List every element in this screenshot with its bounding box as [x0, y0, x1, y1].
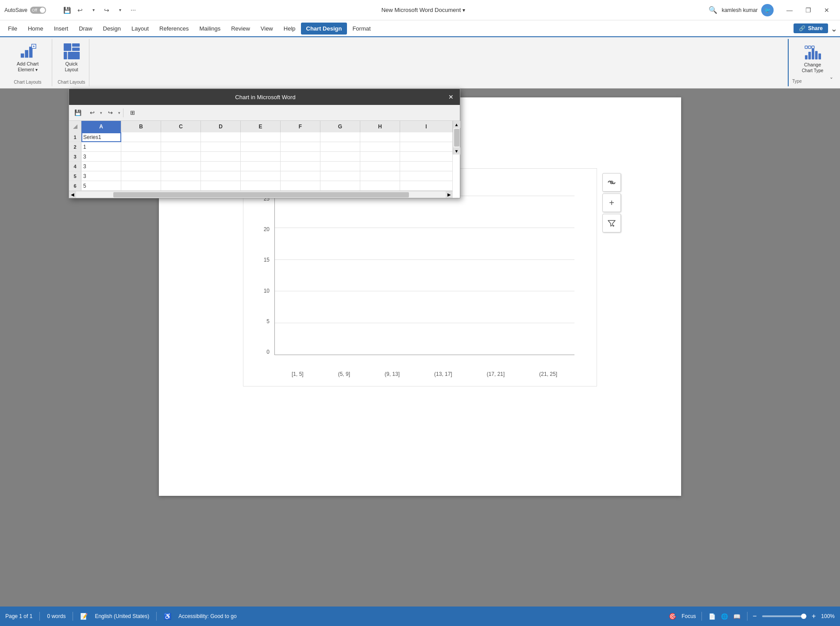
chart-elements-button[interactable]: +	[602, 193, 621, 212]
undo-icon[interactable]: ↩	[75, 5, 85, 15]
cell-f2[interactable]	[281, 142, 320, 152]
cell-a1[interactable]: Series1	[81, 132, 121, 142]
print-layout-view-btn[interactable]: 📄	[707, 611, 717, 621]
cell-i3[interactable]	[400, 152, 453, 162]
menu-references[interactable]: References	[154, 23, 194, 35]
cell-h3[interactable]	[360, 152, 400, 162]
cell-b5[interactable]	[121, 171, 161, 181]
cell-c1[interactable]	[161, 132, 201, 142]
menu-help[interactable]: Help	[278, 23, 301, 35]
cell-e2[interactable]	[241, 142, 281, 152]
menu-view[interactable]: View	[255, 23, 278, 35]
cell-f5[interactable]	[281, 171, 320, 181]
doc-title-dropdown[interactable]: ▾	[462, 7, 465, 13]
scroll-right-arrow[interactable]: ▶	[446, 191, 453, 198]
cell-e1[interactable]	[241, 132, 281, 142]
zoom-slider[interactable]	[762, 615, 806, 617]
col-header-c[interactable]: C	[161, 121, 201, 132]
undo-dropdown-icon[interactable]: ▾	[89, 5, 98, 15]
zoom-plus[interactable]: +	[812, 612, 816, 620]
user-avatar[interactable]: 🐦	[761, 4, 774, 16]
dialog-table-btn[interactable]: ⊞	[126, 108, 139, 118]
cell-a5[interactable]: 3	[81, 171, 121, 181]
cell-b1[interactable]	[121, 132, 161, 142]
menu-draw[interactable]: Draw	[73, 23, 97, 35]
cell-g1[interactable]	[320, 132, 360, 142]
cell-d4[interactable]	[201, 162, 241, 171]
cell-b6[interactable]	[121, 181, 161, 191]
cell-e5[interactable]	[241, 171, 281, 181]
scroll-track-h[interactable]	[76, 191, 446, 198]
menu-layout[interactable]: Layout	[126, 23, 154, 35]
cell-f6[interactable]	[281, 181, 320, 191]
autosave-toggle[interactable]: Off	[30, 7, 46, 14]
col-header-g[interactable]: G	[320, 121, 360, 132]
menu-review[interactable]: Review	[226, 23, 255, 35]
cell-e6[interactable]	[241, 181, 281, 191]
cell-h4[interactable]	[360, 162, 400, 171]
scroll-thumb-h[interactable]	[113, 192, 409, 197]
menu-design[interactable]: Design	[98, 23, 126, 35]
col-header-h[interactable]: H	[360, 121, 400, 132]
zoom-thumb[interactable]	[801, 614, 806, 619]
cell-g2[interactable]	[320, 142, 360, 152]
cell-c4[interactable]	[161, 162, 201, 171]
cell-d3[interactable]	[201, 152, 241, 162]
menu-file[interactable]: File	[3, 23, 23, 35]
change-chart-type-button[interactable]: Change Chart Type	[792, 42, 833, 75]
dialog-close-button[interactable]: ✕	[446, 92, 456, 102]
col-header-f[interactable]: F	[281, 121, 320, 132]
cell-a4[interactable]: 3	[81, 162, 121, 171]
cell-i4[interactable]	[400, 162, 453, 171]
web-layout-view-btn[interactable]: 🌐	[720, 611, 729, 621]
close-button[interactable]: ✕	[818, 4, 836, 17]
col-header-a[interactable]: A	[81, 121, 121, 132]
col-header-b[interactable]: B	[121, 121, 161, 132]
cell-a2[interactable]: 1	[81, 142, 121, 152]
cell-b4[interactable]	[121, 162, 161, 171]
ribbon-expand-arrow[interactable]: ˅	[830, 77, 833, 84]
cell-g4[interactable]	[320, 162, 360, 171]
cell-f3[interactable]	[281, 152, 320, 162]
scroll-track-v[interactable]	[453, 128, 460, 147]
search-icon[interactable]: 🔍	[709, 6, 717, 14]
cell-h5[interactable]	[360, 171, 400, 181]
chart-style-button[interactable]	[602, 173, 621, 192]
cell-h1[interactable]	[360, 132, 400, 142]
customize-qat-icon[interactable]: ⋯	[128, 5, 138, 15]
cell-d6[interactable]	[201, 181, 241, 191]
menu-format[interactable]: Format	[347, 23, 376, 35]
chart-filter-button[interactable]	[602, 214, 621, 232]
cell-g6[interactable]	[320, 181, 360, 191]
cell-d5[interactable]	[201, 171, 241, 181]
cell-i5[interactable]	[400, 171, 453, 181]
cell-i6[interactable]	[400, 181, 453, 191]
vertical-scrollbar[interactable]: ▲ ▼	[453, 121, 460, 155]
dialog-redo-arrow[interactable]: ▾	[118, 111, 120, 115]
cell-a6[interactable]: 5	[81, 181, 121, 191]
menu-mailings[interactable]: Mailings	[194, 23, 226, 35]
menu-insert[interactable]: Insert	[49, 23, 74, 35]
cell-c2[interactable]	[161, 142, 201, 152]
cell-h2[interactable]	[360, 142, 400, 152]
ribbon-collapse-icon[interactable]: ⌃	[831, 23, 837, 33]
cell-i2[interactable]	[400, 142, 453, 152]
cell-c6[interactable]	[161, 181, 201, 191]
scroll-left-arrow[interactable]: ◀	[69, 191, 76, 198]
cell-f1[interactable]	[281, 132, 320, 142]
cell-d1[interactable]	[201, 132, 241, 142]
menu-home[interactable]: Home	[23, 23, 49, 35]
menu-chart-design[interactable]: Chart Design	[301, 23, 347, 35]
cell-h6[interactable]	[360, 181, 400, 191]
zoom-minus[interactable]: −	[753, 612, 757, 620]
share-button[interactable]: 🔗 Share	[794, 23, 828, 33]
quick-layout-button[interactable]: Quick Layout	[58, 41, 85, 74]
cell-e4[interactable]	[241, 162, 281, 171]
cell-c3[interactable]	[161, 152, 201, 162]
dialog-undo-btn[interactable]: ↩	[86, 108, 98, 118]
dialog-save-btn[interactable]: 💾	[72, 108, 84, 118]
cell-a3[interactable]: 3	[81, 152, 121, 162]
cell-e3[interactable]	[241, 152, 281, 162]
cell-d2[interactable]	[201, 142, 241, 152]
col-header-e[interactable]: E	[241, 121, 281, 132]
